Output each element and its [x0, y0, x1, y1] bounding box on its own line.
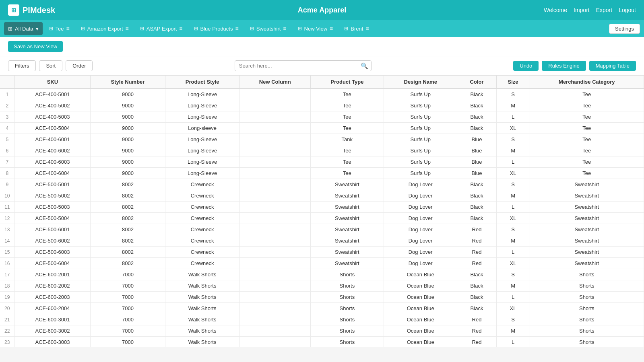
table-row[interactable]: 19ACE-600-20037000Walk ShortsShortsOcean…: [0, 292, 644, 303]
search-icon: 🔍: [361, 62, 368, 70]
table-row[interactable]: 20ACE-600-20047000Walk ShortsShortsOcean…: [0, 303, 644, 314]
tab-sweatshirt[interactable]: ⊞ Sweatshirt ≡: [245, 22, 291, 35]
cell-7: Black: [457, 303, 496, 314]
col-design-name[interactable]: Design Name: [384, 76, 457, 88]
table-row[interactable]: 21ACE-600-30017000Walk ShortsShortsOcean…: [0, 314, 644, 325]
tab-brent[interactable]: ⊞ Brent ≡: [339, 22, 374, 35]
cell-9: Tee: [530, 145, 644, 156]
save-new-view-button[interactable]: Save as New View: [8, 41, 63, 52]
cell-2: 9000: [91, 134, 165, 145]
cell-9: Sweatshirt: [530, 247, 644, 258]
tab-all-data[interactable]: ⊞ All Data ▾: [4, 22, 43, 35]
cell-6: Surfs Up: [384, 168, 457, 179]
cell-1: ACE-500-5004: [14, 213, 91, 224]
tab-amazon-menu-icon: ≡: [126, 25, 129, 32]
table-row[interactable]: 1ACE-400-50019000Long-SleeveTeeSurfs UpB…: [0, 88, 644, 100]
cell-7: Red: [457, 258, 496, 269]
order-button[interactable]: Order: [66, 60, 93, 71]
table-row[interactable]: 15ACE-500-60038002CrewneckSweatshirtDog …: [0, 247, 644, 258]
col-size[interactable]: Size: [496, 76, 530, 88]
rules-engine-button[interactable]: Rules Engine: [542, 61, 586, 71]
table-row[interactable]: 16ACE-500-60048002CrewneckSweatshirtDog …: [0, 258, 644, 269]
cell-6: Dog Lover: [384, 258, 457, 269]
search-input[interactable]: [235, 60, 372, 71]
mapping-table-button[interactable]: Mapping Table: [589, 61, 636, 71]
filters-button[interactable]: Filters: [8, 60, 36, 71]
cell-5: Tee: [310, 88, 384, 100]
cell-0: 13: [0, 224, 14, 235]
cell-5: Sweatshirt: [310, 190, 384, 202]
cell-1: ACE-500-5003: [14, 202, 91, 213]
cell-6: Surfs Up: [384, 145, 457, 156]
col-merch-category[interactable]: Merchandise Category: [530, 76, 644, 88]
cell-4: [239, 269, 310, 280]
table-row[interactable]: 7ACE-400-60039000Long-SleeveTeeSurfs UpB…: [0, 156, 644, 168]
cell-3: Long-Sleeve: [165, 156, 239, 168]
logout-link[interactable]: Logout: [619, 7, 636, 13]
col-product-type[interactable]: Product Type: [310, 76, 384, 88]
action-bar: Filters Sort Order 🔍 Undo Rules Engine M…: [0, 56, 644, 76]
table-row[interactable]: 4ACE-400-50049000Long-sleeveTeeSurfs UpB…: [0, 123, 644, 134]
col-sku[interactable]: SKU: [14, 76, 91, 88]
cell-1: ACE-600-2001: [14, 269, 91, 280]
col-style-number[interactable]: Style Number: [91, 76, 165, 88]
cell-5: Sweatshirt: [310, 213, 384, 224]
cell-0: 22: [0, 325, 14, 337]
cell-8: M: [496, 280, 530, 292]
search-wrapper: 🔍: [96, 60, 510, 71]
cell-0: 16: [0, 258, 14, 269]
cell-0: 7: [0, 156, 14, 168]
cell-4: [239, 303, 310, 314]
table-row[interactable]: 8ACE-400-60049000Long-SleeveTeeSurfs UpB…: [0, 168, 644, 179]
cell-0: 6: [0, 145, 14, 156]
col-product-style[interactable]: Product Style: [165, 76, 239, 88]
table-row[interactable]: 3ACE-400-50039000Long-SleeveTeeSurfs UpB…: [0, 111, 644, 123]
table-row[interactable]: 11ACE-500-50038002CrewneckSweatshirtDog …: [0, 202, 644, 213]
cell-8: M: [496, 100, 530, 111]
cell-6: Ocean Blue: [384, 314, 457, 325]
cell-5: Sweatshirt: [310, 224, 384, 235]
cell-8: L: [496, 111, 530, 123]
settings-button[interactable]: Settings: [609, 24, 640, 34]
tab-asap-export[interactable]: ⊞ ASAP Export ≡: [135, 22, 188, 35]
table-row[interactable]: 22ACE-600-30027000Walk ShortsShortsOcean…: [0, 325, 644, 337]
tab-bar: ⊞ All Data ▾ ⊞ Tee ≡ ⊞ Amazon Export ≡ ⊞…: [0, 20, 644, 37]
table-row[interactable]: 23ACE-600-30037000Walk ShortsShortsOcean…: [0, 337, 644, 347]
cell-7: Red: [457, 337, 496, 347]
col-color[interactable]: Color: [457, 76, 496, 88]
export-link[interactable]: Export: [596, 7, 612, 13]
cell-2: 8002: [91, 190, 165, 202]
cell-8: S: [496, 134, 530, 145]
cell-4: [239, 258, 310, 269]
table-row[interactable]: 12ACE-500-50048002CrewneckSweatshirtDog …: [0, 213, 644, 224]
cell-0: 23: [0, 337, 14, 347]
table-row[interactable]: 13ACE-500-60018002CrewneckSweatshirtDog …: [0, 224, 644, 235]
tab-new-view[interactable]: ⊞ New View ≡: [293, 22, 338, 35]
table-row[interactable]: 18ACE-600-20027000Walk ShortsShortsOcean…: [0, 280, 644, 292]
cell-1: ACE-600-2003: [14, 292, 91, 303]
undo-button[interactable]: Undo: [513, 61, 539, 71]
logo-icon: ⊞: [8, 4, 19, 16]
tab-amazon-export[interactable]: ⊞ Amazon Export ≡: [76, 22, 134, 35]
tab-amazon-label: Amazon Export: [87, 26, 123, 32]
tab-blue-products[interactable]: ⊞ Blue Products ≡: [189, 22, 244, 35]
data-table-wrapper[interactable]: SKU Style Number Product Style New Colum…: [0, 76, 644, 347]
cell-3: Crewneck: [165, 258, 239, 269]
table-row[interactable]: 6ACE-400-60029000Long-SleeveTeeSurfs UpB…: [0, 145, 644, 156]
col-new-column[interactable]: New Column: [239, 76, 310, 88]
import-link[interactable]: Import: [574, 7, 590, 13]
table-row[interactable]: 9ACE-500-50018002CrewneckSweatshirtDog L…: [0, 179, 644, 190]
table-row[interactable]: 14ACE-500-60028002CrewneckSweatshirtDog …: [0, 235, 644, 247]
sort-button[interactable]: Sort: [39, 60, 62, 71]
cell-9: Tee: [530, 156, 644, 168]
cell-4: [239, 123, 310, 134]
cell-7: Black: [457, 213, 496, 224]
cell-7: Black: [457, 269, 496, 280]
table-row[interactable]: 5ACE-400-60019000Long-SleeveTankSurfs Up…: [0, 134, 644, 145]
cell-2: 7000: [91, 292, 165, 303]
tab-tee[interactable]: ⊞ Tee ≡: [44, 22, 74, 35]
table-row[interactable]: 17ACE-600-20017000Walk ShortsShortsOcean…: [0, 269, 644, 280]
table-row[interactable]: 10ACE-500-50028002CrewneckSweatshirtDog …: [0, 190, 644, 202]
cell-3: Walk Shorts: [165, 280, 239, 292]
table-row[interactable]: 2ACE-400-50029000Long-SleeveTeeSurfs UpB…: [0, 100, 644, 111]
